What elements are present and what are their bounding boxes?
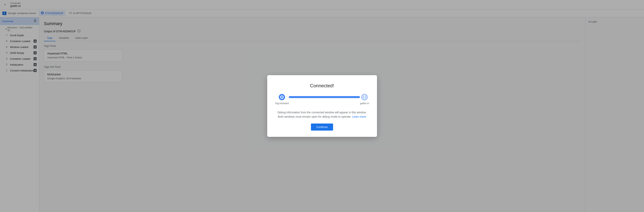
tag-assistant-label: Tag Assistant (275, 102, 289, 105)
tag-assistant-icon (279, 94, 285, 101)
modal-description: Debug information from the connected win… (278, 110, 366, 119)
globe-icon (361, 94, 368, 101)
tag-assistant-icon-group: Tag Assistant (275, 94, 289, 105)
domain-icon-group: gaddr.co (360, 94, 369, 105)
svg-point-9 (281, 96, 283, 98)
modal-connector: Tag Assistant gaddr.co (275, 94, 369, 105)
connector-line (289, 96, 360, 98)
domain-label: gaddr.co (360, 102, 369, 105)
continue-button[interactable]: Continue (311, 124, 333, 131)
learn-more-link[interactable]: Learn more (352, 115, 366, 118)
connected-modal: Connected! Tag Assistant (267, 75, 377, 137)
modal-title: Connected! (310, 83, 334, 88)
modal-overlay: Connected! Tag Assistant (0, 0, 644, 212)
